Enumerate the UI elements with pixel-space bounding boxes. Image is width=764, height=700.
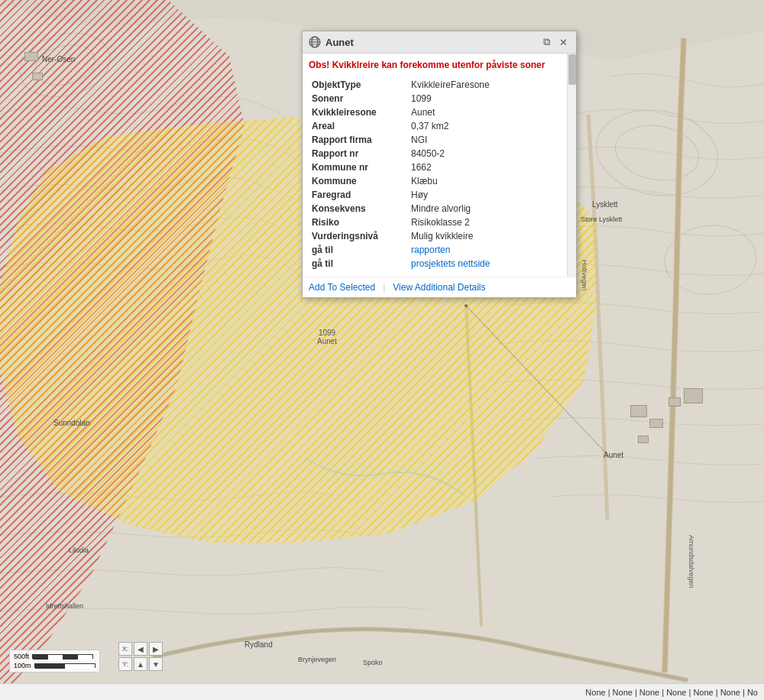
- field-label: Sonenr: [309, 92, 408, 105]
- building-1: [24, 52, 38, 61]
- popup-footer: Add To Selected | View Additional Detail…: [303, 277, 576, 297]
- label-aunet: Aunet: [604, 451, 623, 459]
- popup-external-button[interactable]: ⧉: [539, 35, 553, 49]
- nav-row-1: X: ◀ ▶: [118, 642, 163, 656]
- svg-point-1: [13, 24, 118, 106]
- popup-panel: Aunet ⧉ ✕ Obs! Kvikklreire kan forekomme…: [302, 31, 577, 298]
- field-value: Høy: [408, 188, 562, 202]
- popup-warning: Obs! Kvikklreire kan forekomme utenfor p…: [309, 60, 562, 70]
- nav-x-right[interactable]: ▶: [149, 642, 163, 656]
- zone-number: 1099: [317, 329, 337, 337]
- nettside-link[interactable]: prosjektets nettside: [411, 258, 490, 269]
- field-value: Klæbu: [408, 174, 562, 188]
- zone-label: 1099 Aunet: [317, 329, 337, 345]
- label-liludia: Liludia: [69, 546, 89, 554]
- status-items: None | None | None | None | None | None …: [585, 688, 758, 697]
- svg-point-3: [590, 101, 725, 205]
- table-row: Kommune Klæbu: [309, 174, 562, 188]
- svg-point-4: [611, 119, 703, 186]
- nav-arrows: X: ◀ ▶ Y: ▲ ▼: [118, 642, 163, 671]
- label-holtvegen: Holtvegen: [581, 260, 588, 291]
- table-row-nettside: gå til prosjektets nettside: [309, 257, 562, 271]
- scale-m-bar: [34, 663, 96, 668]
- field-value: Risikoklasse 2: [408, 216, 562, 229]
- field-value: 1662: [408, 160, 562, 174]
- popup-content[interactable]: Obs! Kvikklreire kan forekomme utenfor p…: [303, 53, 576, 277]
- footer-separator: |: [383, 282, 385, 293]
- scale-m-seg-1: [35, 664, 65, 669]
- scale-bar-inner: 500ft 100m: [14, 653, 96, 669]
- table-row: Areal 0,37 km2: [309, 119, 562, 133]
- nav-x-label: X:: [118, 642, 132, 656]
- popup-close-button[interactable]: ✕: [556, 35, 570, 49]
- scale-ft-line: 500ft: [14, 653, 96, 660]
- field-value: 84050-2: [408, 147, 562, 160]
- scale-m-seg-2: [65, 664, 95, 669]
- svg-point-5: [662, 222, 759, 298]
- info-table: ObjektType KvikkleíreFaresone Sonenr 109…: [309, 78, 562, 271]
- table-row-rapport: gå til rapporten: [309, 243, 562, 257]
- scale-seg-2: [48, 655, 63, 659]
- popup-title: Aunet: [325, 37, 354, 48]
- field-label: Rapport firma: [309, 133, 408, 147]
- field-label: Areal: [309, 119, 408, 133]
- label-rydland: Rydland: [244, 640, 273, 649]
- field-value: 1099: [408, 92, 562, 105]
- popup-header: Aunet ⧉ ✕: [303, 31, 576, 53]
- table-row: Sonenr 1099: [309, 92, 562, 105]
- nav-y-down[interactable]: ▼: [149, 657, 163, 671]
- popup-content-wrapper: Obs! Kvikklreire kan forekomme utenfor p…: [303, 53, 576, 277]
- building-6: [684, 388, 703, 403]
- nav-y-label: Y:: [118, 657, 132, 671]
- field-label: Risiko: [309, 216, 408, 229]
- add-to-selected-button[interactable]: Add To Selected: [309, 282, 375, 293]
- label-amundsdalvegen: Amund­sdal­vegen: [688, 535, 695, 588]
- table-row: ObjektType KvikkleíreFaresone: [309, 78, 562, 92]
- popup-scrollbar[interactable]: [567, 53, 576, 277]
- zone-name: Aunet: [317, 337, 337, 345]
- table-row: Faregrad Høy: [309, 188, 562, 202]
- field-label: Rapport nr: [309, 147, 408, 160]
- nav-x-left[interactable]: ◀: [134, 642, 147, 656]
- nav-xy: X: ◀ ▶ Y: ▲ ▼: [118, 642, 163, 671]
- field-label: gå til: [309, 257, 408, 271]
- field-value: NGI: [408, 133, 562, 147]
- scale-ft-label: 500ft: [14, 653, 29, 660]
- field-label: Kommune nr: [309, 160, 408, 174]
- label-sunndolan: Sunndolan: [53, 419, 90, 427]
- scale-seg-1: [33, 655, 48, 659]
- building-4: [649, 419, 663, 428]
- nav-y-up[interactable]: ▲: [134, 657, 147, 671]
- table-row: Kvikkleiresone Aunet: [309, 105, 562, 119]
- field-value: 0,37 km2: [408, 119, 562, 133]
- field-value-link[interactable]: prosjektets nettside: [408, 257, 562, 271]
- scale-ft-bar: [32, 654, 93, 659]
- field-value: Mindre alvorlig: [408, 202, 562, 216]
- scale-seg-3: [63, 655, 78, 659]
- globe-icon: [309, 36, 321, 48]
- field-label: gå til: [309, 243, 408, 257]
- field-label: Vurderingsnivå: [309, 229, 408, 243]
- popup-header-left: Aunet: [309, 36, 354, 48]
- table-row: Rapport nr 84050-2: [309, 147, 562, 160]
- table-row: Risiko Risikoklasse 2: [309, 216, 562, 229]
- popup-header-actions: ⧉ ✕: [539, 35, 570, 49]
- table-row: Kommune nr 1662: [309, 160, 562, 174]
- map-container[interactable]: 1099 Aunet Ner-Osen Sunndolan Lysklett S…: [0, 0, 764, 700]
- scrollbar-thumb[interactable]: [568, 54, 576, 85]
- building-5: [638, 436, 649, 443]
- status-bar: None | None | None | None | None | None …: [0, 683, 764, 700]
- field-label: Faregrad: [309, 188, 408, 202]
- scale-m-line: 100m: [14, 662, 96, 669]
- scale-m-label: 100m: [14, 662, 31, 669]
- table-row: Vurderingsnivå Mulig kvikkleire: [309, 229, 562, 243]
- building-7: [668, 397, 681, 407]
- field-value-link[interactable]: rapporten: [408, 243, 562, 257]
- rapport-link[interactable]: rapporten: [411, 245, 450, 255]
- label-store-lysklett: Store Lysklett: [581, 216, 622, 223]
- scale-bar: 500ft 100m: [9, 650, 100, 672]
- field-label: Konsekvens: [309, 202, 408, 216]
- svg-line-11: [466, 306, 611, 459]
- svg-point-12: [465, 304, 468, 307]
- view-additional-details-button[interactable]: View Additional Details: [393, 282, 485, 293]
